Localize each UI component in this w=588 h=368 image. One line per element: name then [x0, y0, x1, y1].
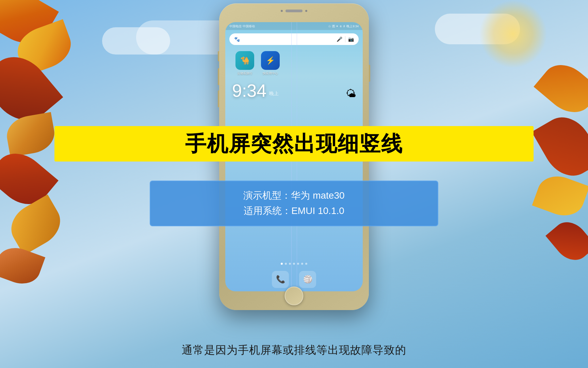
status-time: ☆ 图 ✶ ⊕ ♯ 晚上9:34 — [328, 24, 359, 29]
camel-travel-icon: 🐪 — [235, 51, 254, 70]
dot-6 — [301, 263, 303, 265]
camel-travel-label: 云骆驼旅行 — [237, 71, 252, 76]
front-camera — [281, 10, 283, 12]
dot-5 — [297, 263, 299, 265]
dot-1 — [281, 263, 283, 265]
dot-4 — [293, 263, 295, 265]
phone-top-camera — [281, 10, 307, 12]
weather-icon: 🌤 — [346, 88, 356, 99]
clock-area: 9:34 晚上 🌤 — [225, 79, 363, 102]
mute-button — [218, 51, 219, 61]
info-box: 演示机型：华为 mate30 适用系统：EMUI 10.1.0 — [150, 181, 438, 226]
status-icons: ☆ 图 ✶ ⊕ ♯ — [328, 24, 346, 29]
volume-down-button — [218, 90, 219, 107]
app-camel-travel[interactable]: 🐪 云骆驼旅行 — [235, 51, 254, 76]
home-button[interactable] — [285, 287, 304, 305]
status-bar: 中国电信 中国移动 ☆ 图 ✶ ⊕ ♯ 晚上9:34 — [225, 22, 363, 30]
quick-app-icon: ⚡ — [261, 51, 280, 70]
clock-period: 晚上 — [269, 91, 279, 97]
sensor — [305, 10, 307, 12]
quick-app-label: 快应用中心 — [263, 71, 278, 76]
power-button — [369, 65, 370, 82]
app-quick-app[interactable]: ⚡ 快应用中心 — [261, 51, 280, 76]
search-divider — [345, 36, 345, 42]
volume-up-button — [218, 68, 219, 85]
microphone-icon: 🎤 — [337, 36, 342, 42]
app-icons-row: 🐪 云骆驼旅行 ⚡ 快应用中心 — [225, 48, 363, 79]
main-title: 手机屏突然出现细竖线 — [65, 132, 523, 155]
dot-7 — [305, 263, 307, 265]
bottom-subtitle: 通常是因为手机屏幕或排线等出现故障导致的 — [0, 343, 588, 358]
dock-phone[interactable]: 📞 — [272, 271, 289, 288]
earpiece — [285, 10, 303, 12]
title-banner: 手机屏突然出现细竖线 — [54, 126, 534, 162]
subtitle-text: 通常是因为手机屏幕或排线等出现故障导致的 — [182, 344, 406, 356]
search-bar[interactable]: 🐾 🎤 📷 — [229, 33, 359, 45]
baidu-icon: 🐾 — [234, 36, 240, 42]
dock-app2[interactable]: 🏐 — [299, 271, 316, 288]
info-line-1: 演示机型：华为 mate30 — [161, 188, 427, 203]
phone-dock: 📞 🏐 — [225, 271, 363, 288]
page-dots — [225, 260, 363, 267]
status-clock: 晚上9:34 — [346, 24, 359, 29]
info-line-2: 适用系统：EMUI 10.1.0 — [161, 203, 427, 219]
dot-2 — [285, 263, 287, 265]
sun-glow — [479, 0, 547, 68]
clock-time: 9:34 — [232, 82, 266, 99]
status-carrier: 中国电信 中国移动 — [229, 24, 255, 29]
dot-3 — [289, 263, 291, 265]
camera-icon: 📷 — [348, 36, 354, 42]
